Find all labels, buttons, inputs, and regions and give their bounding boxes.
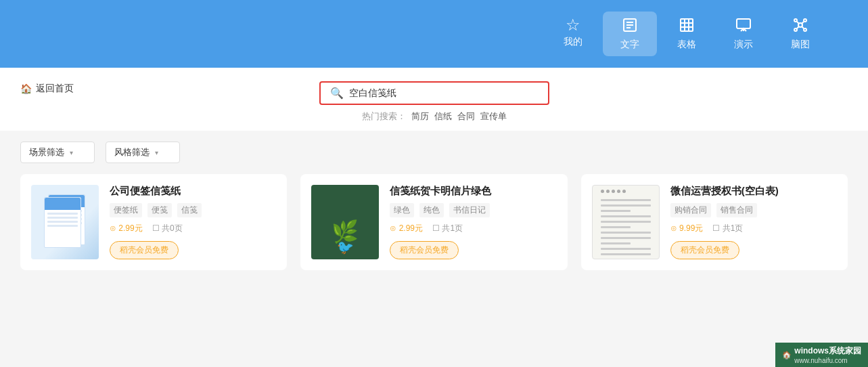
scene-filter-chevron: ▾ <box>70 149 73 156</box>
nav-item-present[interactable]: 演示 <box>716 12 771 56</box>
watermark-icon: 🏠 <box>782 351 792 360</box>
svg-point-13 <box>804 19 806 22</box>
svg-line-19 <box>802 27 804 29</box>
card-3-image <box>592 185 660 259</box>
card-2-image: 🌿 🐦 <box>311 185 379 259</box>
card-3-tag-1: 销售合同 <box>716 203 757 217</box>
nav-item-mind[interactable]: 脑图 <box>773 12 827 56</box>
card-3-pages: ☐ 共1页 <box>712 223 743 234</box>
doc-illustration <box>595 185 656 259</box>
nav-item-text[interactable]: 文字 <box>603 12 657 56</box>
svg-point-14 <box>794 28 797 31</box>
card-1-pages: ☐ 共0页 <box>152 223 183 234</box>
card-2-tags: 绿色 纯色 书信日记 <box>390 203 556 217</box>
nav-item-table[interactable]: 表格 <box>660 12 714 56</box>
nav-label-present: 演示 <box>734 39 753 51</box>
card-1-tag-0: 便签纸 <box>110 203 142 217</box>
card-3-info: 微信运营授权书(空白表) 购销合同 销售合同 ⊙ 9.99元 ☐ 共1页 稻壳会… <box>670 185 837 259</box>
hot-search-item-1[interactable]: 信纸 <box>434 110 452 123</box>
card-1-info: 公司便签信笺纸 便签纸 便笺 信笺 ⊙ 2.99元 ☐ 共0页 稻壳会员免费 <box>110 185 276 259</box>
card-1-btn[interactable]: 稻壳会员免费 <box>110 241 179 259</box>
card-3: 微信运营授权书(空白表) 购销合同 销售合同 ⊙ 9.99元 ☐ 共1页 稻壳会… <box>581 174 848 270</box>
scene-filter-label: 场景筛选 <box>29 146 64 158</box>
card-3-price: ⊙ 9.99元 <box>670 223 704 234</box>
card-2-info: 信笺纸贺卡明信片绿色 绿色 纯色 书信日记 ⊙ 2.99元 ☐ 共1页 稻壳会员… <box>390 185 556 259</box>
card-1-tag-1: 便笺 <box>147 203 172 217</box>
card-2-meta: ⊙ 2.99元 ☐ 共1页 <box>390 223 556 234</box>
card-3-tags: 购销合同 销售合同 <box>670 203 837 217</box>
svg-rect-9 <box>737 19 750 28</box>
search-box: 🔍 <box>319 81 549 105</box>
card-1-price: ⊙ 2.99元 <box>110 223 143 234</box>
search-area: 🏠 返回首页 🔍 热门搜索： 简历 信纸 合同 宣传单 <box>0 68 868 131</box>
present-icon <box>735 17 752 36</box>
hot-search-item-3[interactable]: 宣传单 <box>480 110 507 123</box>
hot-search-item-2[interactable]: 合同 <box>457 110 475 123</box>
nav-label-my: 我的 <box>564 36 583 48</box>
bird-icon2: 🐦 <box>337 239 354 255</box>
my-icon: ☆ <box>566 17 580 33</box>
svg-point-12 <box>794 19 797 22</box>
card-1: 公司便签信笺纸 便签纸 便笺 信笺 ⊙ 2.99元 ☐ 共0页 稻壳会员免费 <box>20 174 287 270</box>
watermark-text: windows系统家园 <box>794 345 861 357</box>
scene-filter[interactable]: 场景筛选 ▾ <box>20 142 95 163</box>
back-link[interactable]: 🏠 返回首页 <box>20 83 74 95</box>
card-1-tag-2: 信笺 <box>177 203 202 217</box>
paper-front <box>44 197 81 248</box>
svg-line-17 <box>802 22 804 24</box>
card-3-tag-0: 购销合同 <box>670 203 711 217</box>
card-1-image <box>31 185 99 259</box>
home-icon: 🏠 <box>20 83 32 94</box>
hot-search-label: 热门搜索： <box>362 110 406 123</box>
svg-point-15 <box>804 28 806 31</box>
style-filter[interactable]: 风格筛选 ▾ <box>106 142 180 163</box>
nav-label-table: 表格 <box>677 39 696 51</box>
card-3-meta: ⊙ 9.99元 ☐ 共1页 <box>670 223 837 234</box>
main-header: ☆ 我的 文字 <box>0 0 868 68</box>
nav-label-text: 文字 <box>620 39 639 51</box>
search-input[interactable] <box>349 88 539 99</box>
card-2-pages: ☐ 共1页 <box>432 223 463 234</box>
hot-search-item-0[interactable]: 简历 <box>411 110 429 123</box>
svg-rect-4 <box>681 19 693 31</box>
style-filter-chevron: ▾ <box>155 149 158 156</box>
svg-point-11 <box>798 23 802 27</box>
svg-line-16 <box>797 22 799 24</box>
card-1-tags: 便签纸 便笺 信笺 <box>110 203 276 217</box>
doc-dots <box>601 190 651 193</box>
table-icon <box>679 17 695 36</box>
back-label: 返回首页 <box>36 83 74 95</box>
nav-label-mind: 脑图 <box>791 39 810 51</box>
card-2-btn[interactable]: 稻壳会员免费 <box>390 241 459 259</box>
style-filter-label: 风格筛选 <box>114 146 150 158</box>
card-1-meta: ⊙ 2.99元 ☐ 共0页 <box>110 223 276 234</box>
hot-search: 热门搜索： 简历 信纸 合同 宣传单 <box>362 110 507 123</box>
card-2: 🌿 🐦 信笺纸贺卡明信片绿色 绿色 纯色 书信日记 ⊙ 2.99元 ☐ 共1页 … <box>300 174 567 270</box>
search-icon: 🔍 <box>330 87 344 100</box>
card-1-title: 公司便签信笺纸 <box>110 185 276 198</box>
watermark-subtext: www.nuhaifu.com <box>794 357 861 364</box>
filter-area: 场景筛选 ▾ 风格筛选 ▾ <box>0 131 868 174</box>
top-nav: ☆ 我的 文字 <box>546 12 827 56</box>
svg-line-18 <box>797 27 799 29</box>
card-2-tag-2: 书信日记 <box>449 203 490 217</box>
card-2-tag-0: 绿色 <box>390 203 414 217</box>
cards-area: 公司便签信笺纸 便签纸 便笺 信笺 ⊙ 2.99元 ☐ 共0页 稻壳会员免费 🌿… <box>0 174 868 284</box>
card-2-title: 信笺纸贺卡明信片绿色 <box>390 185 556 198</box>
card-2-price: ⊙ 2.99元 <box>390 223 423 234</box>
card-2-tag-1: 纯色 <box>419 203 444 217</box>
nav-item-my[interactable]: ☆ 我的 <box>546 12 600 56</box>
card-3-title: 微信运营授权书(空白表) <box>670 185 837 198</box>
text-icon <box>622 17 638 36</box>
watermark: 🏠 windows系统家园 www.nuhaifu.com <box>775 343 868 367</box>
paper-illustration <box>41 192 89 253</box>
mind-icon <box>792 17 808 36</box>
card-3-btn[interactable]: 稻壳会员免费 <box>670 241 739 259</box>
